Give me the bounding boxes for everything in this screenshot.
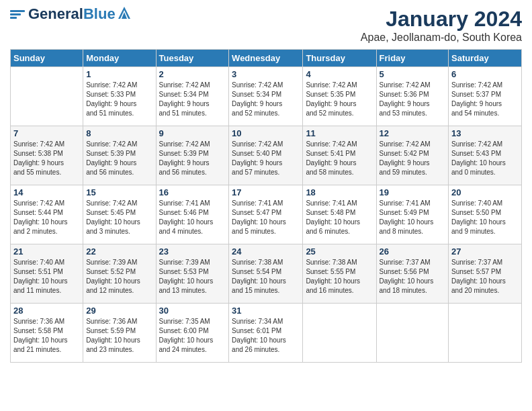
calendar-cell: 28Sunrise: 7:36 AMSunset: 5:58 PMDayligh… — [11, 304, 83, 363]
day-info: Sunrise: 7:41 AMSunset: 5:47 PMDaylight:… — [232, 199, 300, 236]
calendar-cell: 11Sunrise: 7:42 AMSunset: 5:41 PMDayligh… — [303, 126, 376, 185]
col-thursday: Thursday — [303, 50, 376, 67]
page-container: GeneralBlue January 2024 Apae, Jeollanam… — [0, 0, 532, 411]
daylight-text: Daylight: 9 hours and 52 minutes. — [232, 99, 300, 118]
calendar-week-row: 1Sunrise: 7:42 AMSunset: 5:33 PMDaylight… — [11, 67, 522, 126]
sunrise-text: Sunrise: 7:36 AM — [86, 317, 152, 326]
sunset-text: Sunset: 5:45 PM — [86, 208, 152, 218]
sunset-text: Sunset: 5:34 PM — [232, 90, 300, 99]
sunset-text: Sunset: 5:53 PM — [159, 267, 226, 277]
day-number: 5 — [380, 69, 446, 79]
sunset-text: Sunset: 5:48 PM — [306, 208, 373, 218]
day-number: 24 — [232, 246, 300, 257]
sunset-text: Sunset: 6:00 PM — [159, 326, 226, 336]
logo-line-3 — [10, 17, 17, 19]
sunset-text: Sunset: 5:49 PM — [380, 208, 446, 218]
daylight-text: Daylight: 10 hours and 5 minutes. — [232, 218, 300, 236]
day-number: 4 — [306, 69, 373, 79]
calendar-cell: 10Sunrise: 7:42 AMSunset: 5:40 PMDayligh… — [229, 126, 303, 185]
calendar-cell: 14Sunrise: 7:42 AMSunset: 5:44 PMDayligh… — [11, 185, 83, 244]
calendar-cell: 18Sunrise: 7:41 AMSunset: 5:48 PMDayligh… — [303, 185, 376, 244]
day-number: 8 — [86, 128, 152, 138]
sunset-text: Sunset: 5:44 PM — [13, 208, 80, 218]
calendar-header-row: Sunday Monday Tuesday Wednesday Thursday… — [11, 50, 522, 67]
calendar-cell: 17Sunrise: 7:41 AMSunset: 5:47 PMDayligh… — [229, 185, 303, 244]
calendar-cell: 26Sunrise: 7:37 AMSunset: 5:56 PMDayligh… — [376, 244, 449, 304]
day-number: 22 — [86, 246, 152, 257]
day-number: 28 — [13, 306, 80, 316]
day-number: 2 — [159, 69, 226, 79]
daylight-text: Daylight: 9 hours and 57 minutes. — [232, 158, 300, 177]
day-number: 12 — [380, 128, 446, 138]
col-monday: Monday — [83, 50, 156, 67]
daylight-text: Daylight: 10 hours and 4 minutes. — [159, 218, 226, 236]
logo-line-2 — [10, 13, 21, 15]
sunrise-text: Sunrise: 7:42 AM — [451, 81, 519, 90]
calendar-cell: 16Sunrise: 7:41 AMSunset: 5:46 PMDayligh… — [156, 185, 229, 244]
calendar-cell — [303, 304, 376, 363]
day-info: Sunrise: 7:42 AMSunset: 5:35 PMDaylight:… — [306, 81, 373, 118]
daylight-text: Daylight: 9 hours and 56 minutes. — [159, 158, 226, 177]
sunrise-text: Sunrise: 7:42 AM — [86, 81, 152, 90]
daylight-text: Daylight: 10 hours and 2 minutes. — [13, 218, 80, 236]
day-number: 15 — [86, 187, 152, 197]
col-sunday: Sunday — [11, 50, 83, 67]
header: GeneralBlue January 2024 Apae, Jeollanam… — [10, 7, 522, 44]
col-wednesday: Wednesday — [229, 50, 303, 67]
day-number: 21 — [13, 246, 80, 257]
calendar-week-row: 21Sunrise: 7:40 AMSunset: 5:51 PMDayligh… — [11, 244, 522, 304]
sunrise-text: Sunrise: 7:39 AM — [159, 258, 226, 267]
day-info: Sunrise: 7:42 AMSunset: 5:44 PMDaylight:… — [13, 199, 80, 236]
sunset-text: Sunset: 5:40 PM — [232, 149, 300, 158]
daylight-text: Daylight: 10 hours and 6 minutes. — [306, 218, 373, 236]
calendar-week-row: 7Sunrise: 7:42 AMSunset: 5:38 PMDaylight… — [11, 126, 522, 185]
sunset-text: Sunset: 5:47 PM — [232, 208, 300, 218]
day-number: 7 — [13, 128, 80, 138]
sunrise-text: Sunrise: 7:42 AM — [86, 199, 152, 208]
calendar-cell: 13Sunrise: 7:42 AMSunset: 5:43 PMDayligh… — [449, 126, 522, 185]
day-info: Sunrise: 7:42 AMSunset: 5:42 PMDaylight:… — [380, 140, 446, 177]
day-info: Sunrise: 7:38 AMSunset: 5:54 PMDaylight:… — [232, 258, 300, 295]
calendar-cell: 1Sunrise: 7:42 AMSunset: 5:33 PMDaylight… — [83, 67, 156, 126]
sunrise-text: Sunrise: 7:42 AM — [306, 81, 373, 90]
day-number: 14 — [13, 187, 80, 197]
calendar-cell: 20Sunrise: 7:40 AMSunset: 5:50 PMDayligh… — [449, 185, 522, 244]
sunrise-text: Sunrise: 7:36 AM — [13, 317, 80, 326]
daylight-text: Daylight: 9 hours and 58 minutes. — [306, 158, 373, 177]
day-number: 13 — [451, 128, 519, 138]
daylight-text: Daylight: 10 hours and 18 minutes. — [380, 277, 446, 295]
sunset-text: Sunset: 5:36 PM — [380, 90, 446, 99]
daylight-text: Daylight: 9 hours and 55 minutes. — [13, 158, 80, 177]
sunrise-text: Sunrise: 7:42 AM — [380, 81, 446, 90]
col-friday: Friday — [376, 50, 449, 67]
sunset-text: Sunset: 5:57 PM — [451, 267, 519, 277]
sunset-text: Sunset: 5:51 PM — [13, 267, 80, 277]
daylight-text: Daylight: 9 hours and 51 minutes. — [159, 99, 226, 118]
calendar-cell: 5Sunrise: 7:42 AMSunset: 5:36 PMDaylight… — [376, 67, 449, 126]
sunrise-text: Sunrise: 7:41 AM — [306, 199, 373, 208]
day-number: 16 — [159, 187, 226, 197]
sunset-text: Sunset: 5:46 PM — [159, 208, 226, 218]
sunset-text: Sunset: 5:39 PM — [86, 149, 152, 158]
calendar-cell — [376, 304, 449, 363]
sunset-text: Sunset: 5:38 PM — [13, 149, 80, 158]
day-number: 23 — [159, 246, 226, 257]
day-info: Sunrise: 7:34 AMSunset: 6:01 PMDaylight:… — [232, 317, 300, 355]
day-number: 29 — [86, 306, 152, 316]
sunset-text: Sunset: 5:37 PM — [451, 90, 519, 99]
daylight-text: Daylight: 9 hours and 59 minutes. — [380, 158, 446, 177]
logo-lines — [10, 10, 25, 19]
day-info: Sunrise: 7:37 AMSunset: 5:56 PMDaylight:… — [380, 258, 446, 295]
calendar-week-row: 28Sunrise: 7:36 AMSunset: 5:58 PMDayligh… — [11, 304, 522, 363]
day-info: Sunrise: 7:42 AMSunset: 5:36 PMDaylight:… — [380, 81, 446, 118]
logo-blue: Blue — [83, 5, 116, 22]
day-number: 11 — [306, 128, 373, 138]
sunset-text: Sunset: 5:54 PM — [232, 267, 300, 277]
day-number: 31 — [232, 306, 300, 316]
calendar-body: 1Sunrise: 7:42 AMSunset: 5:33 PMDaylight… — [11, 67, 522, 363]
calendar-cell: 23Sunrise: 7:39 AMSunset: 5:53 PMDayligh… — [156, 244, 229, 304]
calendar-cell: 27Sunrise: 7:37 AMSunset: 5:57 PMDayligh… — [449, 244, 522, 304]
day-info: Sunrise: 7:41 AMSunset: 5:49 PMDaylight:… — [380, 199, 446, 236]
calendar-cell: 9Sunrise: 7:42 AMSunset: 5:39 PMDaylight… — [156, 126, 229, 185]
calendar-cell: 30Sunrise: 7:35 AMSunset: 6:00 PMDayligh… — [156, 304, 229, 363]
